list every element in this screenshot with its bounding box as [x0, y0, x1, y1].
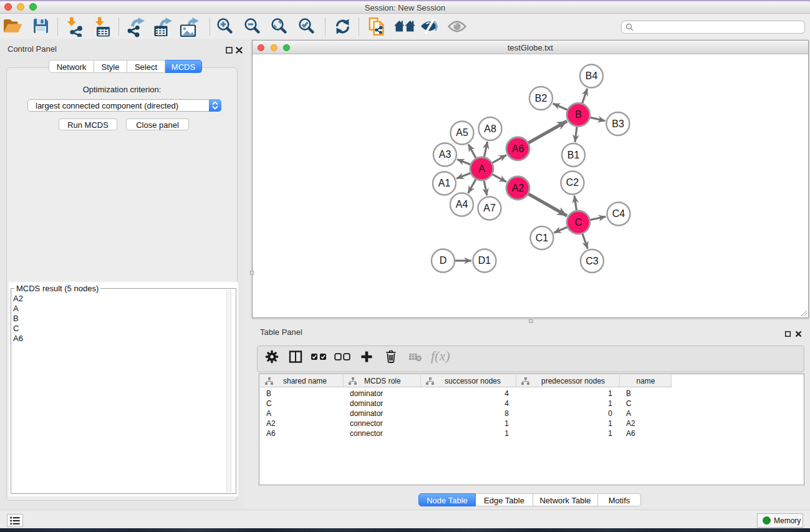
svg-text:B4: B4 [586, 70, 598, 81]
svg-text:B1: B1 [567, 150, 580, 160]
svg-text:A2: A2 [512, 183, 524, 193]
svg-text:B3: B3 [612, 118, 624, 129]
svg-text:A7: A7 [483, 203, 496, 213]
svg-text:A5: A5 [456, 127, 468, 138]
svg-text:A4: A4 [456, 199, 468, 210]
svg-text:C3: C3 [586, 256, 599, 266]
svg-text:A: A [478, 163, 485, 174]
svg-text:D: D [440, 255, 447, 266]
svg-text:A6: A6 [512, 143, 524, 154]
svg-text:D1: D1 [478, 255, 491, 266]
svg-text:A1: A1 [438, 178, 451, 188]
svg-text:C: C [575, 217, 582, 228]
svg-text:A3: A3 [439, 149, 451, 160]
svg-text:C4: C4 [612, 208, 625, 219]
svg-text:A8: A8 [484, 123, 496, 134]
svg-text:C1: C1 [536, 233, 549, 243]
svg-text:C2: C2 [566, 177, 579, 188]
svg-text:B: B [575, 109, 582, 120]
svg-text:B2: B2 [535, 93, 547, 104]
